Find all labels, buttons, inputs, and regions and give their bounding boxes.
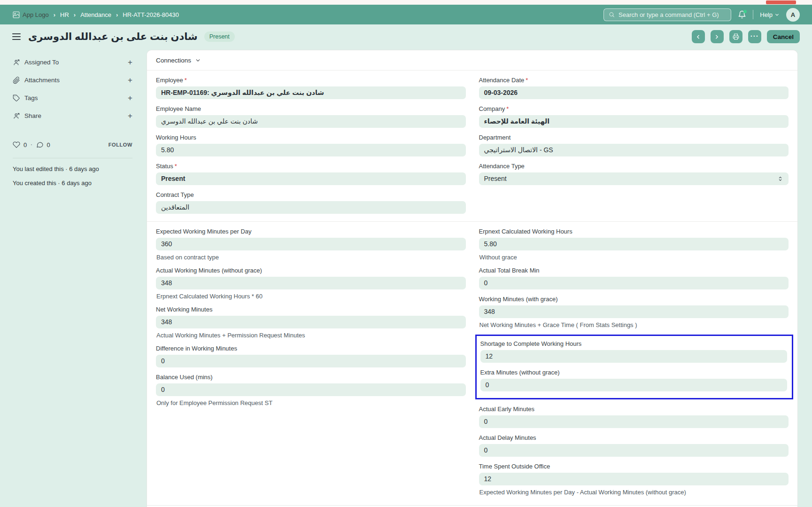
- search-input[interactable]: [619, 11, 726, 18]
- chevron-down-icon: [195, 57, 201, 63]
- window-top-strip: [0, 0, 812, 5]
- contract-type-input[interactable]: المتعاقدين: [156, 201, 466, 214]
- connections-section-toggle[interactable]: Connections: [147, 50, 797, 70]
- field-status: Status*Present: [156, 163, 466, 185]
- app-logo[interactable]: App Logo: [12, 11, 49, 19]
- time-spent-outside-office-input[interactable]: 12: [479, 473, 789, 485]
- attendance-date-input[interactable]: 09-03-2026: [479, 86, 789, 99]
- add-share-button[interactable]: +: [128, 112, 132, 120]
- sidebar-item-assigned-to[interactable]: Assigned To +: [13, 58, 132, 66]
- actual-total-break-min-input[interactable]: 0: [479, 277, 789, 289]
- heart-icon[interactable]: [13, 141, 20, 148]
- field-value: Present: [161, 175, 185, 182]
- add-tag-button[interactable]: +: [128, 94, 132, 102]
- sidebar-item-tags[interactable]: Tags +: [13, 94, 132, 102]
- field-label: Extra Minutes (without grace): [480, 369, 788, 376]
- erpnext-calculated-working-hours-input[interactable]: 5.80: [479, 238, 789, 250]
- add-attachment-button[interactable]: +: [128, 76, 132, 84]
- extra-minutes-without-grace-input[interactable]: 0: [480, 379, 788, 391]
- field-attendance-date: Attendance Date*09-03-2026: [479, 77, 789, 99]
- field-shortage-to-complete-working-hours: Shortage to Complete Working Hours12: [480, 340, 788, 363]
- select-stepper-icon: [777, 176, 783, 182]
- employee-input[interactable]: HR-EMP-01169: شادن بنت علي بن عبدالله ال…: [156, 86, 466, 99]
- more-actions-button[interactable]: ···: [748, 30, 761, 43]
- employee-name-input[interactable]: شادن بنت علي بن عبدالله الدوسري: [156, 115, 466, 128]
- field-balance-used-mins: Balance Used (mins)0Only for Employee Pe…: [156, 374, 466, 406]
- page-actions: ··· Cancel: [692, 30, 800, 43]
- form-section: Expected Working Minutes per Day360Based…: [147, 221, 797, 503]
- company-input[interactable]: الهيئة العامة للإحصاء: [479, 115, 789, 128]
- breadcrumb-separator-icon: ›: [116, 11, 118, 18]
- required-asterisk: *: [175, 163, 177, 170]
- field-value: 348: [161, 318, 172, 326]
- sidebar-item-share[interactable]: Share +: [13, 112, 132, 120]
- next-record-button[interactable]: [711, 30, 724, 43]
- field-help-text: Actual Working Minutes + Permission Requ…: [156, 332, 465, 339]
- difference-in-working-minutes-input[interactable]: 0: [156, 355, 466, 367]
- help-menu[interactable]: Help: [760, 11, 780, 18]
- field-employee: Employee*HR-EMP-01169: شادن بنت علي بن ع…: [156, 77, 466, 99]
- field-value: Present: [484, 172, 507, 185]
- ellipsis-icon: ···: [750, 32, 759, 39]
- last-edited-text[interactable]: You last edited this · 6 days ago: [13, 165, 132, 172]
- sidebar-item-attachments[interactable]: Attachments +: [13, 76, 132, 84]
- status-input[interactable]: Present: [156, 172, 466, 185]
- sidebar-toggle-icon[interactable]: [12, 33, 21, 40]
- field-value: الاتصال الاستراتيجي - GS: [484, 146, 553, 154]
- previous-record-button[interactable]: [692, 30, 705, 43]
- required-asterisk: *: [185, 77, 187, 84]
- field-value: 0: [484, 279, 488, 287]
- breadcrumb-attendance[interactable]: Attendance: [80, 11, 111, 18]
- working-minutes-with-grace-input[interactable]: 348: [479, 305, 789, 318]
- notifications-button[interactable]: [738, 10, 746, 19]
- net-working-minutes-input[interactable]: 348: [156, 316, 466, 328]
- highlighted-fields-box: Shortage to Complete Working Hours12Extr…: [475, 335, 794, 399]
- sidebar-item-label: Share: [24, 112, 41, 119]
- attachments-icon: [13, 77, 20, 84]
- created-text[interactable]: You created this · 6 days ago: [13, 179, 132, 187]
- status-badge: Present: [204, 31, 235, 42]
- department-input[interactable]: الاتصال الاستراتيجي - GS: [479, 144, 789, 156]
- field-extra-minutes-without-grace: Extra Minutes (without grace)0: [480, 369, 788, 391]
- chevron-down-icon: [774, 12, 780, 17]
- global-search[interactable]: [603, 8, 731, 21]
- attendance-type-select[interactable]: Present: [479, 172, 789, 185]
- breadcrumb-record-id[interactable]: HR-ATT-2026-80430: [123, 11, 179, 18]
- comment-icon[interactable]: [36, 141, 44, 148]
- field-label: Erpnext Calculated Working Hours: [479, 228, 789, 235]
- sidebar-item-label: Attachments: [24, 77, 60, 84]
- expected-working-minutes-per-day-input[interactable]: 360: [156, 238, 466, 250]
- document-sidebar: Assigned To + Attachments + Tags + Share…: [0, 49, 147, 187]
- actual-early-minutes-input[interactable]: 0: [479, 415, 789, 428]
- balance-used-mins-input[interactable]: 0: [156, 383, 466, 396]
- field-help-text: Without grace: [479, 254, 789, 261]
- field-value: 360: [161, 240, 172, 248]
- field-actual-total-break-min: Actual Total Break Min0: [479, 267, 789, 289]
- avatar[interactable]: A: [786, 8, 800, 22]
- page-header: شادن بنت على بن عبدالله الدوسرى Present …: [0, 24, 812, 49]
- breadcrumb-hr[interactable]: HR: [60, 11, 69, 18]
- print-button[interactable]: [729, 30, 742, 43]
- field-expected-working-minutes-per-day: Expected Working Minutes per Day360Based…: [156, 228, 466, 261]
- working-hours-input[interactable]: 5.80: [156, 144, 466, 156]
- sidebar-divider: [13, 158, 132, 158]
- follow-button[interactable]: FOLLOW: [108, 142, 132, 148]
- field-actual-early-minutes: Actual Early Minutes0: [479, 406, 789, 428]
- actual-working-minutes-without-grace-input[interactable]: 348: [156, 277, 466, 289]
- window-artifact: [766, 0, 796, 4]
- form-column-left: Employee*HR-EMP-01169: شادن بنت علي بن ع…: [156, 77, 466, 220]
- field-erpnext-calculated-working-hours: Erpnext Calculated Working Hours5.80With…: [479, 228, 789, 261]
- field-label: Employee Name: [156, 105, 466, 112]
- field-label: Department: [479, 134, 789, 141]
- field-label: Shortage to Complete Working Hours: [480, 340, 788, 347]
- field-department: Departmentالاتصال الاستراتيجي - GS: [479, 134, 789, 156]
- add-assignment-button[interactable]: +: [128, 58, 132, 66]
- field-value: 0: [486, 381, 489, 389]
- required-asterisk: *: [526, 77, 528, 84]
- field-net-working-minutes: Net Working Minutes348Actual Working Min…: [156, 306, 466, 339]
- navbar-divider: [753, 10, 753, 19]
- cancel-button[interactable]: Cancel: [767, 30, 800, 43]
- shortage-to-complete-working-hours-input[interactable]: 12: [480, 350, 788, 363]
- actual-delay-minutes-input[interactable]: 0: [479, 444, 789, 457]
- breadcrumb-separator-icon: ›: [74, 11, 76, 18]
